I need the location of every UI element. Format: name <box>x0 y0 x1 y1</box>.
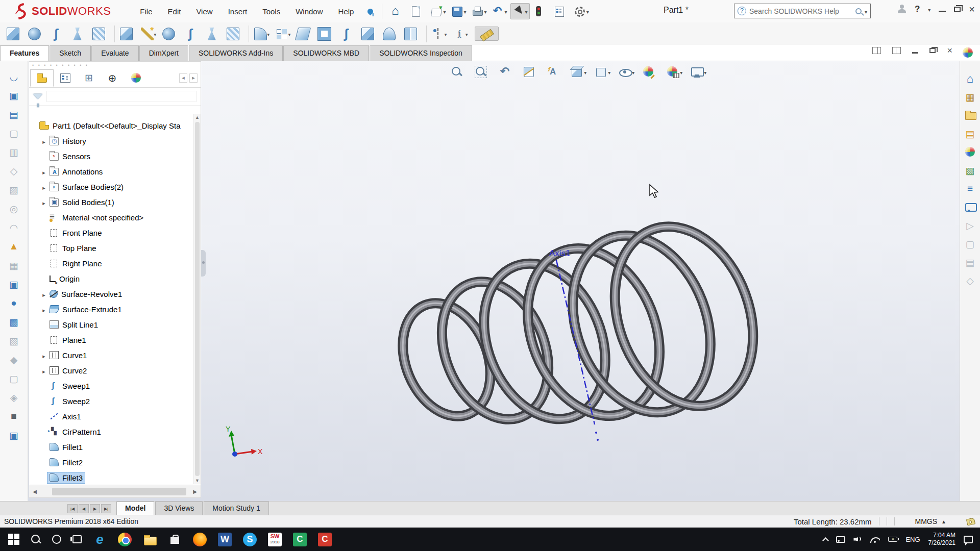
side-tool-button[interactable]: ▢ <box>6 372 21 385</box>
model-tab[interactable]: 3D Views <box>155 502 203 515</box>
propertymanager-tab[interactable] <box>54 69 77 87</box>
tree-item[interactable]: Plane1 <box>29 332 193 347</box>
commandmanager-tab[interactable]: SOLIDWORKS Add-Ins <box>189 45 283 61</box>
clock[interactable]: 7:04 AM 7/26/2021 <box>928 532 955 547</box>
configurationmanager-tab[interactable] <box>77 69 101 87</box>
menu-item[interactable]: File <box>133 4 159 19</box>
doc-minimize-button[interactable] <box>912 52 918 54</box>
commandmanager-tab[interactable]: SOLIDWORKS MBD <box>283 45 369 61</box>
spring-model-canvas[interactable]: Y X <box>202 61 960 501</box>
expand-arrow[interactable] <box>40 351 47 360</box>
side-tool-button[interactable]: ▣ <box>6 89 21 102</box>
file-properties-icon[interactable] <box>551 3 571 19</box>
dropdown-caret[interactable] <box>464 7 467 16</box>
axis1-label[interactable]: Axis1 <box>549 248 571 259</box>
tree-item[interactable]: Annotations <box>29 164 193 179</box>
tree-root-item[interactable]: Part1 (Default<<Default>_Display Sta <box>29 118 193 133</box>
next-tab-button[interactable]: ▶ <box>90 504 100 513</box>
wifi-icon[interactable] <box>870 536 880 543</box>
rib-icon[interactable] <box>337 25 357 43</box>
horizontal-scroll-thumb[interactable] <box>52 488 186 495</box>
dropdown-caret[interactable] <box>525 7 528 16</box>
menu-item[interactable]: Insert <box>222 4 254 19</box>
side-tool-button[interactable]: ◈ <box>6 391 21 404</box>
model-tab[interactable]: Motion Study 1 <box>204 502 268 515</box>
skype-icon[interactable]: S <box>243 533 257 546</box>
expand-arrow[interactable] <box>40 290 47 298</box>
tree-horizontal-scrollbar[interactable]: ◀ ▶ <box>29 485 201 497</box>
dropdown-caret[interactable] <box>154 29 156 38</box>
undo-icon[interactable] <box>490 3 509 19</box>
menu-item[interactable]: Help <box>332 4 361 19</box>
chrome-icon[interactable] <box>118 533 132 546</box>
dropdown-caret[interactable] <box>445 29 447 38</box>
side-tool-button[interactable]: ▧ <box>6 335 21 347</box>
design-library-icon[interactable] <box>964 91 977 103</box>
revolved-cut-icon[interactable] <box>160 25 180 43</box>
split-pane-right-icon[interactable] <box>892 47 901 54</box>
print-icon[interactable] <box>470 3 489 19</box>
side-tool-button[interactable]: ◇ <box>6 165 21 177</box>
extruded-cut-icon[interactable] <box>114 26 137 42</box>
reference-geometry-icon[interactable] <box>426 26 449 42</box>
side-tool-button[interactable]: ◡ <box>6 70 21 83</box>
hidden-icons-chevron[interactable] <box>823 537 829 544</box>
scroll-right-arrow[interactable]: ▶ <box>189 489 201 494</box>
menu-item[interactable]: Window <box>289 4 329 19</box>
rebuild-icon[interactable] <box>531 3 550 19</box>
horizontal-scroll-track[interactable] <box>40 487 189 496</box>
previous-tab-button[interactable]: ◀ <box>79 504 89 513</box>
last-tab-button[interactable]: ▶| <box>101 504 111 513</box>
view-palette-icon[interactable] <box>964 128 977 140</box>
tree-item[interactable]: Sweep2 <box>29 393 193 409</box>
doc-restore-button[interactable] <box>929 48 936 53</box>
extruded-boss-icon[interactable] <box>4 25 24 43</box>
tree-item[interactable]: Split Line1 <box>29 317 193 332</box>
volume-icon[interactable] <box>853 536 862 543</box>
pin-menu-button[interactable] <box>363 5 377 18</box>
pane-tool-icon[interactable]: ◇ <box>964 274 977 287</box>
split-pane-left-icon[interactable] <box>872 47 881 54</box>
login-user-icon[interactable] <box>897 5 906 14</box>
solidworks-icon[interactable]: SW 2018 <box>268 533 282 546</box>
dropdown-caret[interactable] <box>484 7 487 16</box>
options-gear-icon[interactable] <box>572 3 591 19</box>
cortana-icon[interactable] <box>52 535 61 544</box>
side-tool-button[interactable]: ▣ <box>6 429 21 441</box>
dropdown-caret[interactable] <box>465 29 468 38</box>
custom-properties-icon[interactable] <box>964 183 977 195</box>
model-tab[interactable]: Model <box>116 502 154 515</box>
expand-arrow[interactable] <box>40 305 47 314</box>
tree-item[interactable]: Right Plane <box>29 256 193 271</box>
mirror-icon[interactable] <box>402 25 422 43</box>
dropdown-caret[interactable] <box>586 7 589 16</box>
dome-icon[interactable] <box>380 25 401 43</box>
tree-vertical-scrollbar[interactable]: ▲ ▼ <box>193 114 201 484</box>
tree-item[interactable]: Material <not specified> <box>29 210 193 225</box>
dropdown-caret[interactable] <box>443 7 446 16</box>
file-explorer-icon[interactable] <box>964 109 977 121</box>
tree-item[interactable]: Surface Bodies(2) <box>29 179 193 194</box>
side-tool-button[interactable]: ◠ <box>6 221 21 234</box>
lofted-boss-icon[interactable] <box>68 25 89 43</box>
revolved-boss-icon[interactable] <box>26 25 46 43</box>
fillet-icon[interactable] <box>249 26 272 42</box>
help-menu-button[interactable]: ? <box>915 4 920 14</box>
side-tool-button[interactable]: ▣ <box>6 278 21 290</box>
commandmanager-tab[interactable]: DimXpert <box>139 45 188 61</box>
boundary-boss-icon[interactable] <box>90 25 110 43</box>
camtasia-green-icon[interactable]: C <box>293 533 307 546</box>
pane-tool-icon[interactable]: ▢ <box>964 238 977 250</box>
file-explorer-icon[interactable] <box>143 533 157 546</box>
displaymanager-tab[interactable] <box>124 69 148 87</box>
tree-item[interactable]: Sensors <box>29 148 193 164</box>
side-tool-button[interactable]: ▨ <box>6 184 21 196</box>
side-tool-button[interactable]: ▤ <box>6 108 21 120</box>
tree-item[interactable]: Solid Bodies(1) <box>29 194 193 210</box>
side-tool-button[interactable]: ▩ <box>6 316 21 328</box>
word-icon[interactable]: W <box>218 533 232 546</box>
curves-icon[interactable] <box>450 25 471 43</box>
help-dropdown-caret[interactable] <box>928 5 930 14</box>
tree-item[interactable]: Surface-Revolve1 <box>29 286 193 302</box>
tree-item[interactable]: Axis1 <box>29 409 193 424</box>
